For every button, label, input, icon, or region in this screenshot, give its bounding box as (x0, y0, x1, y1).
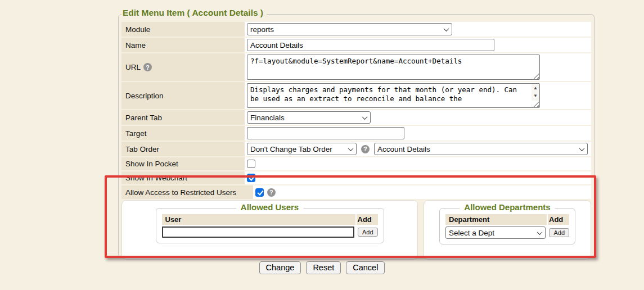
row-show-in-pocket: Show In Pocket (121, 157, 591, 170)
add-column-header: Add (357, 214, 378, 225)
add-user-button[interactable]: Add (358, 228, 378, 237)
description-scrollbar[interactable]: ▲ ▼ (532, 84, 539, 101)
user-input[interactable] (162, 226, 354, 238)
allow-restricted-help-icon[interactable] (267, 188, 276, 197)
form-actions: Change Reset Cancel (0, 261, 644, 274)
description-textarea[interactable]: Displays charges and payments for that m… (247, 83, 540, 108)
row-description: Description Displays charges and payment… (121, 82, 591, 109)
field-label-show-in-pocket: Show In Pocket (121, 157, 245, 170)
field-label-target: Target (121, 126, 245, 141)
allowed-users-input-row: Add (162, 226, 378, 238)
tab-order-item-select-value: Account Details (377, 145, 575, 153)
allowed-users-fieldset: Allowed Users User Add Add (156, 208, 384, 243)
chevron-down-icon (537, 229, 543, 235)
field-label-description: Description (121, 82, 245, 109)
chevron-down-icon (579, 146, 585, 151)
tab-order-help-icon[interactable] (361, 145, 370, 153)
cancel-button[interactable]: Cancel (346, 261, 385, 274)
allowed-users-card: Allowed Users User Add Add (121, 200, 418, 260)
row-name: Name (121, 38, 591, 52)
add-department-button[interactable]: Add (549, 228, 569, 237)
row-module: Module reports (121, 22, 591, 37)
edit-menu-item-form: Edit Menu Item ( Account Details ) Modul… (118, 14, 595, 257)
field-label-parent-tab: Parent Tab (121, 110, 245, 125)
reset-button[interactable]: Reset (306, 261, 341, 274)
allowed-departments-input-row: Select a Dept Add (445, 226, 569, 239)
row-target: Target (121, 126, 591, 141)
target-input[interactable] (247, 127, 404, 139)
url-label-text: URL (125, 63, 141, 71)
allowed-departments-header: Department Add (445, 214, 569, 225)
row-url: URL ?f=layout&module=SystemReport&name=A… (121, 53, 591, 81)
allow-restricted-checkbox[interactable] (255, 188, 264, 197)
description-textarea-wrap: Displays charges and payments for that m… (247, 83, 540, 108)
tab-order-select-value: Don't Change Tab Order (250, 145, 344, 153)
parent-tab-select[interactable]: Financials (247, 111, 371, 124)
url-help-icon[interactable] (143, 63, 152, 71)
parent-tab-select-value: Financials (250, 114, 358, 122)
allowed-departments-legend: Allowed Departments (460, 202, 555, 212)
allowed-departments-card: Allowed Departments Department Add Selec… (424, 200, 591, 260)
allowed-users-legend: Allowed Users (236, 202, 303, 212)
field-label-show-in-webchart: Show In Webchart (121, 171, 245, 184)
scroll-up-icon[interactable]: ▲ (532, 84, 539, 92)
change-button[interactable]: Change (259, 261, 301, 274)
show-in-webchart-checkbox[interactable] (247, 174, 255, 182)
module-select-value: reports (250, 25, 440, 34)
row-allow-restricted: Allow Access to Restricted Users (121, 185, 591, 199)
department-column-header: Department (445, 214, 547, 225)
chevron-down-icon (444, 26, 449, 31)
allowed-users-header: User Add (162, 214, 378, 225)
chevron-down-icon (362, 114, 368, 120)
field-label-allow-restricted: Allow Access to Restricted Users (121, 185, 253, 199)
field-label-tab-order: Tab Order (121, 142, 245, 156)
page: { "form": { "title": "Edit Menu Item ( A… (0, 0, 644, 290)
url-textarea[interactable]: ?f=layout&module=SystemReport&name=Accou… (247, 55, 540, 80)
tab-order-select[interactable]: Don't Change Tab Order (247, 143, 357, 155)
show-in-pocket-checkbox[interactable] (247, 160, 255, 168)
form-rows: Module reports Name URL ?f=la (119, 15, 594, 260)
url-textarea-wrap: ?f=layout&module=SystemReport&name=Accou… (247, 55, 540, 80)
department-select[interactable]: Select a Dept (445, 226, 546, 239)
row-tab-order: Tab Order Don't Change Tab Order Account… (121, 142, 591, 156)
department-select-value: Select a Dept (449, 229, 533, 237)
scroll-down-icon[interactable]: ▼ (532, 92, 539, 99)
field-label-url: URL (121, 53, 245, 81)
field-label-name: Name (121, 38, 245, 52)
chevron-down-icon (348, 146, 354, 151)
tab-order-item-select[interactable]: Account Details (374, 143, 588, 155)
field-label-module: Module (121, 22, 245, 37)
row-show-in-webchart: Show In Webchart (121, 171, 591, 184)
user-column-header: User (162, 214, 355, 225)
row-parent-tab: Parent Tab Financials (121, 110, 591, 125)
name-input[interactable] (247, 39, 494, 51)
allowed-departments-fieldset: Allowed Departments Department Add Selec… (439, 208, 575, 244)
form-title: Edit Menu Item ( Account Details ) (121, 8, 267, 18)
add-column-header: Add (548, 214, 569, 225)
module-select[interactable]: reports (247, 23, 452, 35)
allowed-section: Allowed Users User Add Add Allowed Depar… (121, 200, 591, 260)
